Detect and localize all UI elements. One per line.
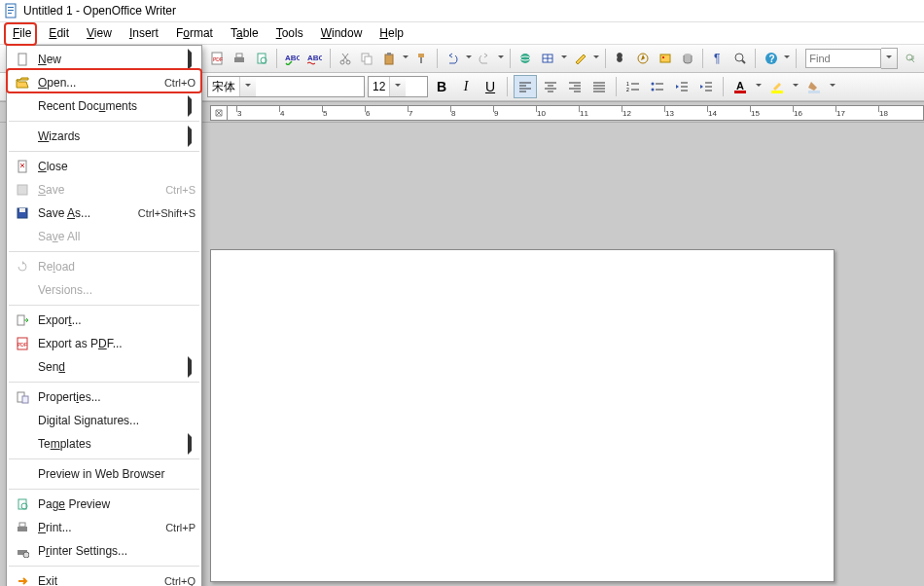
hyperlink-button[interactable] — [515, 47, 536, 70]
menu-help[interactable]: Help — [371, 24, 412, 42]
find-next-button[interactable] — [900, 47, 920, 70]
align-right-button[interactable] — [564, 76, 586, 97]
menu-close[interactable]: Close — [7, 155, 201, 178]
svg-point-31 — [735, 54, 743, 61]
show-draw-button[interactable] — [570, 47, 590, 70]
svg-rect-48 — [18, 315, 24, 325]
menu-edit[interactable]: Edit — [40, 24, 78, 42]
menu-file[interactable]: File — [4, 24, 40, 42]
svg-rect-45 — [18, 185, 27, 195]
font-name-combo[interactable]: 宋体 — [207, 76, 365, 97]
undo-button[interactable] — [443, 47, 463, 70]
printer-settings-icon — [13, 543, 32, 559]
menu-preview-browser[interactable]: Preview in Web Browser — [7, 462, 201, 486]
save-icon — [13, 182, 32, 198]
find-input[interactable] — [805, 49, 881, 68]
underline-button[interactable]: U — [480, 76, 501, 97]
font-color-button[interactable]: A — [729, 76, 751, 97]
draw-dropdown[interactable] — [592, 55, 601, 61]
redo-button[interactable] — [475, 47, 495, 70]
menu-page-preview[interactable]: Page Preview — [7, 493, 201, 516]
highlight-dropdown[interactable] — [791, 84, 800, 90]
table-button[interactable] — [538, 47, 558, 70]
italic-button[interactable]: I — [455, 76, 477, 97]
paste-dropdown[interactable] — [402, 55, 410, 61]
menu-open[interactable]: Open...Ctrl+O — [7, 71, 201, 94]
table-dropdown[interactable] — [559, 55, 568, 61]
background-color-button[interactable] — [803, 76, 825, 97]
format-paintbrush-button[interactable] — [411, 47, 432, 70]
menu-tools[interactable]: Tools — [267, 24, 312, 42]
paste-button[interactable] — [379, 47, 400, 70]
menu-insert[interactable]: Insert — [121, 24, 167, 42]
menu-digital-signatures[interactable]: Digital Signatures... — [7, 409, 201, 432]
document-page[interactable] — [210, 249, 835, 582]
menu-print[interactable]: Print...Ctrl+P — [7, 516, 201, 539]
menu-recent-documents[interactable]: Recent Documents — [7, 94, 201, 118]
help-button[interactable]: ? — [761, 47, 781, 70]
new-icon — [13, 52, 32, 67]
align-justify-button[interactable] — [588, 76, 610, 97]
svg-text:ABC: ABC — [285, 54, 300, 62]
horizontal-ruler[interactable]: 3456789101112131415161718 — [227, 105, 924, 121]
ruler-tick: 16 — [794, 106, 802, 120]
undo-dropdown[interactable] — [464, 55, 473, 61]
auto-spellcheck-button[interactable]: ABC — [304, 47, 325, 70]
menu-wizards[interactable]: Wizards — [7, 125, 201, 148]
redo-dropdown[interactable] — [497, 55, 506, 61]
menu-properties[interactable]: Properties... — [7, 385, 201, 409]
close-icon — [13, 159, 32, 174]
menu-export-pdf[interactable]: PDF Export as PDF... — [7, 332, 201, 355]
menu-new[interactable]: New — [7, 48, 201, 71]
spellcheck-button[interactable]: ABC — [282, 47, 302, 70]
align-center-button[interactable] — [540, 76, 561, 97]
svg-text:?: ? — [768, 54, 774, 64]
ruler-tick: 6 — [366, 106, 370, 120]
nonprinting-button[interactable]: ¶ — [708, 47, 729, 70]
font-size-combo[interactable]: 12 — [368, 76, 428, 97]
menu-table[interactable]: Table — [222, 24, 267, 42]
cut-button[interactable] — [335, 47, 355, 70]
menu-save-all: Save All — [7, 225, 201, 248]
ruler-tick: 13 — [665, 106, 674, 120]
bullets-button[interactable] — [647, 76, 668, 97]
menu-printer-settings[interactable]: Printer Settings... — [7, 539, 201, 563]
data-sources-button[interactable] — [677, 47, 697, 70]
menu-view[interactable]: View — [78, 24, 121, 42]
svg-rect-41 — [771, 91, 783, 93]
svg-rect-16 — [365, 56, 372, 64]
increase-indent-button[interactable] — [695, 76, 717, 97]
copy-button[interactable] — [357, 47, 377, 70]
gallery-button[interactable] — [656, 47, 676, 70]
decrease-indent-button[interactable] — [671, 76, 693, 97]
ruler-tick: 7 — [409, 106, 412, 120]
print-button[interactable] — [230, 47, 250, 70]
background-color-dropdown[interactable] — [828, 84, 837, 90]
bold-button[interactable]: B — [431, 76, 452, 97]
ruler-left-icon — [210, 105, 227, 121]
svg-rect-55 — [18, 527, 27, 531]
align-left-button[interactable] — [514, 75, 537, 98]
font-color-dropdown[interactable] — [754, 84, 764, 90]
menu-export[interactable]: Export... — [7, 309, 201, 332]
page-preview-button[interactable] — [251, 47, 271, 70]
help-dropdown[interactable] — [783, 55, 792, 61]
menu-exit[interactable]: ExitCtrl+Q — [7, 569, 201, 586]
navigator-button[interactable] — [633, 47, 654, 70]
numbering-button[interactable]: 12 — [622, 76, 644, 97]
export-pdf-button[interactable]: PDF — [207, 47, 228, 70]
find-replace-button[interactable] — [611, 47, 631, 70]
menu-format[interactable]: Format — [167, 24, 222, 42]
svg-rect-7 — [234, 57, 244, 62]
svg-rect-44 — [18, 161, 26, 172]
menu-send[interactable]: Send — [7, 355, 201, 379]
title-bar: Untitled 1 - OpenOffice Writer — [0, 0, 924, 22]
zoom-button[interactable] — [730, 47, 751, 70]
highlight-button[interactable] — [766, 76, 788, 97]
separator — [796, 49, 797, 68]
menu-templates[interactable]: Templates — [7, 432, 201, 456]
find-dropdown[interactable] — [881, 48, 898, 69]
menu-save-as[interactable]: Save As...Ctrl+Shift+S — [7, 201, 201, 225]
svg-rect-2 — [8, 10, 14, 11]
menu-window[interactable]: Window — [312, 24, 372, 42]
